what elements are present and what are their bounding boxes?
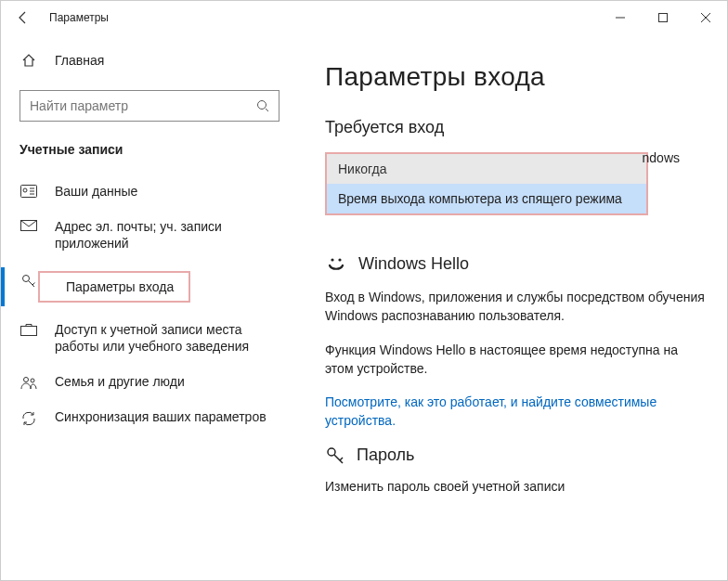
window-title: Параметры	[49, 11, 109, 24]
minimize-button[interactable]	[599, 3, 642, 32]
home-nav[interactable]: Главная	[20, 44, 284, 77]
svg-point-2	[258, 101, 266, 110]
key-icon	[325, 445, 345, 466]
maximize-button[interactable]	[642, 3, 684, 32]
sidebar-item-work-access[interactable]: Доступ к учетной записи места работы или…	[20, 312, 284, 364]
dropdown-option-sleep-wake[interactable]: Время выхода компьютера из спящего режим…	[327, 184, 646, 213]
svg-line-3	[266, 109, 268, 111]
sidebar-item-label: Ваши данные	[55, 183, 137, 200]
hello-description: Вход в Windows, приложения и службы поср…	[325, 288, 705, 326]
svg-point-17	[338, 258, 341, 261]
svg-rect-13	[21, 326, 37, 335]
svg-point-15	[31, 379, 34, 382]
key-icon	[20, 273, 38, 290]
sidebar-item-label: Семья и другие люди	[55, 373, 185, 390]
main-panel: Параметры входа Требуется вход ndows Ник…	[303, 34, 727, 580]
id-card-icon	[20, 185, 38, 198]
section-require-signin: Требуется вход	[325, 118, 705, 137]
search-box[interactable]	[20, 90, 280, 122]
back-button[interactable]	[10, 5, 36, 31]
category-title: Учетные записи	[20, 142, 284, 157]
svg-point-14	[24, 378, 29, 382]
mail-icon	[20, 220, 38, 231]
smiley-icon	[325, 252, 347, 275]
dropdown-option-never[interactable]: Никогда	[327, 154, 646, 184]
sidebar-item-label: Синхронизация ваших параметров	[55, 408, 266, 425]
search-input[interactable]	[20, 98, 247, 113]
svg-point-10	[23, 275, 30, 281]
titlebar: Параметры	[1, 1, 727, 34]
sidebar-item-signin-options[interactable]: Параметры входа	[20, 262, 284, 312]
hello-title: Windows Hello	[358, 254, 469, 274]
password-description: Изменить пароль своей учетной записи	[325, 477, 705, 496]
require-signin-dropdown[interactable]: ndows Никогда Время выхода компьютера из…	[325, 152, 648, 215]
briefcase-icon	[20, 323, 38, 336]
password-title: Пароль	[357, 445, 414, 465]
svg-point-16	[331, 258, 333, 261]
home-icon	[20, 53, 38, 68]
home-label: Главная	[55, 53, 104, 68]
svg-line-20	[340, 458, 343, 460]
sidebar-item-email-accounts[interactable]: Адрес эл. почты; уч. записи приложений	[20, 209, 284, 261]
hello-learn-link[interactable]: Посмотрите, как это работает, и найдите …	[325, 394, 656, 428]
sidebar-item-your-info[interactable]: Ваши данные	[20, 174, 284, 209]
window-controls	[599, 3, 727, 32]
sidebar-item-label: Доступ к учетной записи места работы или…	[55, 321, 284, 355]
page-title: Параметры входа	[325, 62, 705, 92]
background-text-fragment: ndows	[643, 150, 680, 165]
svg-point-18	[328, 448, 335, 456]
svg-rect-1	[659, 14, 668, 22]
sidebar-item-label: Адрес эл. почты; уч. записи приложений	[55, 218, 284, 252]
hello-unavailable: Функция Windows Hello в настоящее время …	[325, 341, 705, 379]
search-icon	[247, 99, 279, 112]
svg-point-5	[23, 188, 27, 192]
sidebar-item-sync[interactable]: Синхронизация ваших параметров	[20, 399, 284, 436]
svg-line-12	[32, 282, 35, 285]
people-icon	[20, 375, 38, 390]
sidebar-item-family[interactable]: Семья и другие люди	[20, 364, 284, 399]
sidebar: Главная Учетные записи Ваши данные	[1, 34, 303, 580]
close-button[interactable]	[684, 3, 727, 32]
sync-icon	[20, 410, 38, 427]
sidebar-item-label: Параметры входа	[66, 279, 174, 294]
